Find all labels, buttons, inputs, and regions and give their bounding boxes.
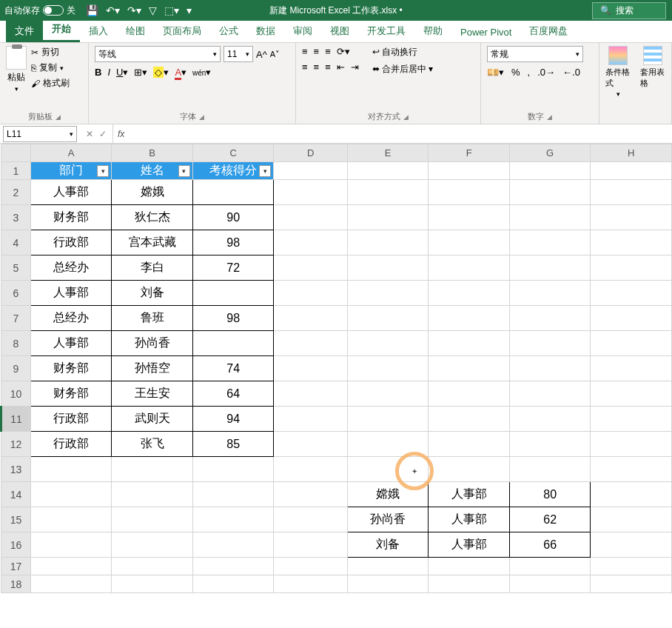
row-header-5[interactable]: 5 (1, 255, 31, 281)
cell-C17[interactable] (192, 558, 274, 575)
row-header-18[interactable]: 18 (1, 575, 31, 593)
cell-C3[interactable]: 90 (192, 205, 274, 230)
cell-F5[interactable] (429, 255, 510, 281)
cell-B17[interactable] (112, 558, 193, 575)
cell-D6[interactable] (274, 281, 348, 306)
cell-D7[interactable] (274, 306, 348, 331)
tab-formulas[interactable]: 公式 (210, 20, 247, 42)
cell-G10[interactable] (509, 381, 591, 407)
fill-color-button[interactable]: ◇▾ (153, 67, 169, 78)
cell-D9[interactable] (274, 356, 348, 381)
cell-E1[interactable] (347, 162, 429, 180)
col-header-E[interactable]: E (347, 144, 429, 162)
cell-H1[interactable] (591, 162, 672, 180)
cell-G11[interactable] (509, 407, 591, 432)
cell-G15[interactable]: 62 (509, 507, 591, 532)
cell-F6[interactable] (429, 281, 510, 306)
col-header-A[interactable]: A (30, 144, 112, 162)
format-painter-button[interactable]: 🖌格式刷 (31, 77, 70, 90)
cell-E12[interactable] (347, 432, 429, 457)
cell-F16[interactable]: 人事部 (429, 532, 510, 558)
cell-A18[interactable] (30, 575, 112, 593)
comma-button[interactable]: , (528, 67, 531, 78)
italic-button[interactable]: I (107, 67, 110, 78)
cell-G12[interactable] (509, 432, 591, 457)
cell-A3[interactable]: 财务部 (30, 205, 112, 230)
col-header-C[interactable]: C (192, 144, 274, 162)
cell-D8[interactable] (274, 331, 348, 356)
cell-B16[interactable] (112, 532, 193, 558)
col-header-B[interactable]: B (112, 144, 193, 162)
cell-F1[interactable] (429, 162, 510, 180)
tab-insert[interactable]: 插入 (80, 20, 117, 42)
cell-D1[interactable] (274, 162, 348, 180)
fx-icon[interactable]: fx (113, 129, 129, 139)
increase-decimal-icon[interactable]: .0→ (537, 67, 555, 78)
dialog-launcher-icon[interactable]: ◢ (403, 113, 409, 121)
cell-C2[interactable] (192, 180, 274, 205)
cell-G18[interactable] (509, 575, 591, 593)
align-center-icon[interactable]: ≡ (314, 61, 320, 73)
paste-button[interactable]: 粘贴 ▾ (6, 46, 27, 93)
row-header-17[interactable]: 17 (1, 558, 31, 575)
cell-F13[interactable] (429, 457, 510, 482)
name-box[interactable]: L11▾ (3, 126, 77, 142)
cell-E17[interactable] (347, 558, 429, 575)
row-header-1[interactable]: 1 (1, 162, 31, 180)
cell-F18[interactable] (429, 575, 510, 593)
cell-C1[interactable]: 考核得分▾ (192, 162, 274, 180)
merge-center-button[interactable]: ⬌ 合并后居中 ▾ (372, 63, 434, 76)
cell-F14[interactable]: 人事部 (429, 482, 510, 507)
table-format-button[interactable]: 套用表格 (640, 46, 666, 89)
percent-button[interactable]: % (511, 67, 520, 78)
indent-increase-icon[interactable]: ⇥ (351, 61, 359, 73)
cell-H13[interactable] (591, 457, 672, 482)
cell-C13[interactable] (192, 457, 274, 482)
font-color-button[interactable]: A▾ (175, 67, 187, 78)
cell-C16[interactable] (192, 532, 274, 558)
cell-A15[interactable] (30, 507, 112, 532)
cell-G7[interactable] (509, 306, 591, 331)
bold-button[interactable]: B (95, 67, 101, 78)
cell-B14[interactable] (112, 482, 193, 507)
conditional-format-button[interactable]: 条件格式 ▾ (605, 46, 631, 98)
cell-E16[interactable]: 刘备 (347, 532, 429, 558)
cell-B6[interactable]: 刘备 (112, 281, 193, 306)
decrease-decimal-icon[interactable]: ←.0 (562, 67, 580, 78)
cell-A9[interactable]: 财务部 (30, 356, 112, 381)
cell-D10[interactable] (274, 381, 348, 407)
cell-C15[interactable] (192, 507, 274, 532)
cell-H8[interactable] (591, 331, 672, 356)
dialog-launcher-icon[interactable]: ◢ (199, 113, 204, 121)
cell-H4[interactable] (591, 230, 672, 255)
cell-H17[interactable] (591, 558, 672, 575)
cell-E11[interactable] (347, 407, 429, 432)
select-all-corner[interactable] (1, 144, 31, 162)
decrease-font-icon[interactable]: A˅ (270, 50, 280, 59)
undo-icon[interactable]: ↶▾ (106, 4, 120, 16)
filter-dropdown-icon[interactable]: ▾ (178, 165, 190, 177)
col-header-G[interactable]: G (509, 144, 591, 162)
row-header-6[interactable]: 6 (1, 281, 31, 306)
cell-F7[interactable] (429, 306, 510, 331)
filter-dropdown-icon[interactable]: ▾ (97, 165, 109, 177)
cell-D14[interactable] (274, 482, 348, 507)
cell-H7[interactable] (591, 306, 672, 331)
tab-help[interactable]: 帮助 (414, 20, 451, 42)
orientation-icon[interactable]: ⟳▾ (337, 46, 350, 57)
cell-D16[interactable] (274, 532, 348, 558)
row-header-13[interactable]: 13 (1, 457, 31, 482)
cell-C14[interactable] (192, 482, 274, 507)
row-header-14[interactable]: 14 (1, 482, 31, 507)
cell-G8[interactable] (509, 331, 591, 356)
cell-H14[interactable] (591, 482, 672, 507)
sort-icon[interactable]: ⬚▾ (164, 4, 179, 16)
cell-G4[interactable] (509, 230, 591, 255)
row-header-15[interactable]: 15 (1, 507, 31, 532)
cell-E10[interactable] (347, 381, 429, 407)
cell-H9[interactable] (591, 356, 672, 381)
cell-D18[interactable] (274, 575, 348, 593)
cell-H3[interactable] (591, 205, 672, 230)
col-header-H[interactable]: H (591, 144, 672, 162)
font-size-select[interactable]: 11▾ (224, 46, 253, 62)
